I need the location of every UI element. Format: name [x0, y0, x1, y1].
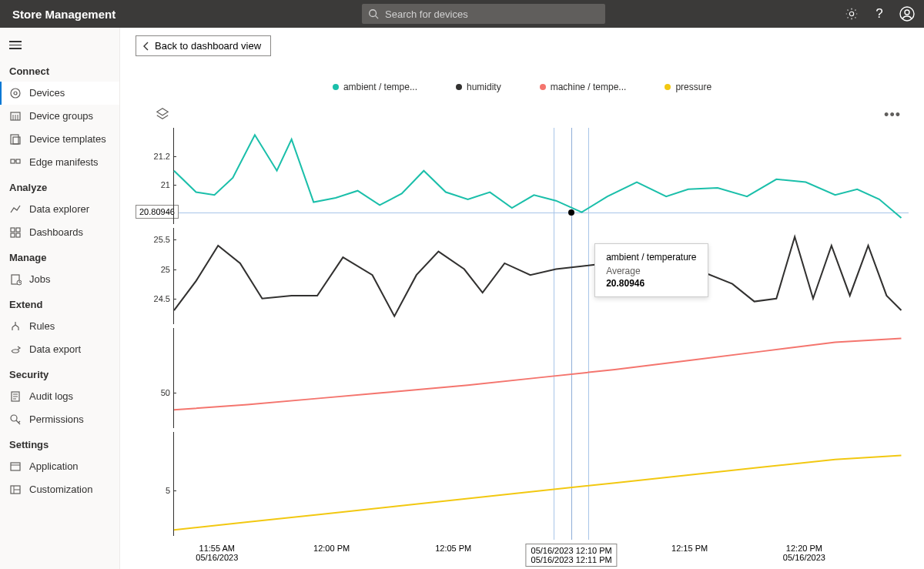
sidebar-item-data-export[interactable]: Data export [0, 338, 119, 361]
edge-manifests-icon [9, 156, 22, 169]
sidebar-item-jobs[interactable]: Jobs [0, 268, 119, 291]
legend-label: ambient / tempe... [343, 82, 417, 92]
section-header: Extend [0, 291, 119, 315]
layers-icon[interactable] [156, 107, 169, 124]
svg-rect-18 [11, 233, 15, 237]
legend-label: pressure [675, 82, 711, 92]
device-groups-icon [9, 110, 22, 122]
app-header: Store Management ? [0, 0, 924, 28]
chart-panel-machine_temperature: 50 [136, 328, 909, 432]
chart-legend: ambient / tempe...humiditymachine / temp… [136, 82, 909, 92]
chart-tooltip: ambient / temperature Average 20.80946 [594, 243, 708, 297]
legend-dot [540, 84, 546, 90]
chart-area: ambient / tempe...humiditymachine / temp… [136, 82, 909, 561]
svg-rect-27 [11, 463, 20, 470]
legend-dot [665, 84, 671, 90]
sidebar-item-customization[interactable]: Customization [0, 478, 119, 501]
search-box[interactable] [362, 4, 605, 24]
sidebar-item-data-explorer[interactable]: Data explorer [0, 198, 119, 221]
svg-rect-17 [16, 228, 20, 232]
sidebar: Connect Devices Device groups Device tem… [0, 28, 120, 569]
section-header: Manage [0, 244, 119, 268]
sidebar-item-rules[interactable]: Rules [0, 315, 119, 338]
sidebar-item-audit-logs[interactable]: Audit logs [0, 385, 119, 408]
y-tick: 25 [161, 265, 170, 274]
svg-rect-13 [11, 159, 15, 163]
svg-point-2 [849, 12, 853, 15]
sidebar-item-label: Audit logs [29, 390, 73, 402]
sidebar-item-label: Dashboards [29, 226, 83, 238]
legend-label: machine / tempe... [551, 82, 627, 92]
devices-icon [9, 87, 22, 99]
legend-dot [456, 84, 462, 90]
legend-item[interactable]: pressure [665, 82, 711, 92]
section-header: Connect [0, 58, 119, 82]
sidebar-item-label: Application [29, 460, 79, 472]
tooltip-value: 20.80946 [606, 278, 696, 289]
header-actions: ? [844, 0, 915, 28]
sidebar-item-permissions[interactable]: Permissions [0, 408, 119, 431]
more-icon[interactable]: ••• [884, 107, 901, 123]
chevron-left-icon [142, 42, 150, 51]
svg-point-0 [370, 10, 377, 17]
legend-item[interactable]: ambient / tempe... [333, 82, 417, 92]
svg-rect-19 [16, 233, 20, 237]
legend-item[interactable]: machine / tempe... [540, 82, 627, 92]
permissions-icon [9, 413, 22, 426]
sidebar-item-label: Data export [29, 343, 81, 355]
svg-point-26 [11, 415, 17, 421]
app-title: Store Management [12, 8, 116, 21]
back-button[interactable]: Back to dashboard view [136, 35, 271, 56]
chart-plot[interactable] [174, 432, 909, 540]
x-tick: 12:00 PM [313, 544, 350, 553]
data-explorer-icon [9, 203, 22, 216]
y-axis: 24.52525.5 [136, 228, 174, 324]
chart-plot[interactable] [174, 228, 909, 328]
sidebar-item-label: Permissions [29, 413, 84, 425]
svg-rect-16 [11, 228, 15, 232]
sidebar-item-device-templates[interactable]: Device templates [0, 128, 119, 151]
chart-plot[interactable] [174, 328, 909, 432]
x-cursor-label: 05/16/2023 12:10 PM05/16/2023 12:11 PM [526, 544, 618, 567]
jobs-icon [9, 273, 22, 286]
sidebar-item-dashboards[interactable]: Dashboards [0, 221, 119, 244]
tooltip-subtitle: Average [606, 266, 696, 276]
y-tick: 24.5 [154, 294, 170, 303]
svg-point-4 [905, 10, 909, 15]
chart-plot[interactable] [174, 128, 909, 228]
legend-item[interactable]: humidity [456, 82, 501, 92]
sidebar-item-label: Rules [29, 320, 55, 332]
account-icon[interactable] [899, 6, 915, 22]
chart-panel-humidity: 24.52525.5 [136, 228, 909, 328]
y-axis: 2121.2 [136, 128, 174, 224]
help-icon[interactable]: ? [872, 6, 887, 22]
y-tick: 50 [161, 388, 170, 397]
svg-point-5 [11, 89, 20, 98]
svg-line-1 [376, 16, 379, 19]
legend-label: humidity [467, 82, 501, 92]
x-axis: 11:55 AM05/16/2023 12:00 PM 12:05 PM 12:… [174, 544, 909, 569]
sidebar-item-label: Jobs [29, 273, 50, 285]
customization-icon [9, 484, 22, 496]
search-input[interactable] [385, 8, 599, 20]
chart-panel-pressure: 5 [136, 432, 909, 540]
audit-logs-icon [9, 390, 22, 403]
svg-point-6 [14, 92, 17, 95]
sidebar-item-label: Devices [29, 87, 65, 99]
x-tick: 12:05 PM [435, 544, 471, 553]
dashboards-icon [9, 226, 22, 239]
y-tick: 5 [166, 486, 170, 495]
settings-icon[interactable] [844, 6, 859, 22]
sidebar-item-edge-manifests[interactable]: Edge manifests [0, 151, 119, 174]
tooltip-title: ambient / temperature [606, 252, 696, 263]
x-tick: 12:15 PM [671, 544, 708, 553]
y-axis: 5 [136, 432, 174, 536]
sidebar-item-label: Data explorer [29, 203, 89, 215]
sidebar-item-devices[interactable]: Devices [0, 82, 119, 105]
legend-dot [333, 84, 339, 90]
sidebar-item-device-groups[interactable]: Device groups [0, 105, 119, 128]
svg-rect-14 [16, 159, 20, 163]
sidebar-item-application[interactable]: Application [0, 455, 119, 478]
application-icon [9, 460, 22, 473]
hamburger-menu[interactable] [0, 32, 119, 58]
